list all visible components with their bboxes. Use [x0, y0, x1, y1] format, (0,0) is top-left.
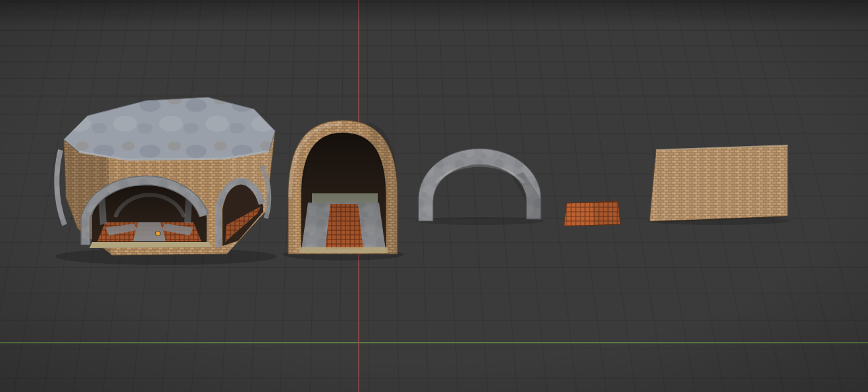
vignette-overlay — [0, 0, 868, 392]
viewport-canvas[interactable] — [0, 0, 868, 392]
viewport-3d[interactable] — [0, 0, 868, 392]
